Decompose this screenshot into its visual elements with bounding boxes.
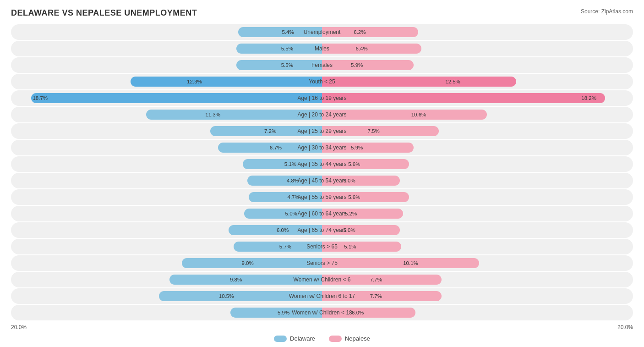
row-content: 4.7%Age | 55 to 59 years5.6% (11, 189, 633, 205)
row-content: 9.8%Women w/ Children < 67.7% (11, 272, 633, 287)
bar-left: 18.7% (31, 93, 322, 103)
row-label: Females (311, 62, 333, 68)
left-section: 4.8% (11, 173, 322, 188)
val-left: 6.0% (277, 227, 289, 233)
legend-label-nepalese: Nepalese (345, 335, 370, 342)
val-left: 5.5% (281, 62, 293, 68)
chart-row: 5.9%Women w/ Children < 186.0% (11, 305, 633, 320)
row-label: Age | 30 to 34 years (297, 144, 346, 151)
row-content: 18.7%Age | 16 to 19 years18.2% (11, 90, 633, 106)
chart-row: 5.0%Age | 60 to 64 years5.2% (11, 206, 633, 221)
left-section: 5.5% (11, 41, 322, 56)
row-label: Males (315, 45, 329, 52)
row-label: Age | 55 to 59 years (297, 194, 346, 200)
row-content: 5.9%Women w/ Children < 186.0% (11, 305, 633, 320)
chart-row: 9.0%Seniors > 7510.1% (11, 255, 633, 271)
left-section: 9.8% (11, 272, 322, 287)
chart-row: 5.5%Females5.9% (11, 57, 633, 73)
val-right: 6.4% (356, 46, 368, 51)
val-right: 7.7% (370, 277, 382, 282)
chart-row: 9.8%Women w/ Children < 67.7% (11, 272, 633, 287)
chart-header: DELAWARE VS NEPALESE UNEMPLOYMENT Source… (11, 8, 633, 18)
right-section: 5.0% (322, 173, 633, 188)
chart-row: 4.8%Age | 45 to 54 years5.0% (11, 173, 633, 188)
axis-right: 20.0% (617, 324, 633, 330)
axis-row: 20.0% 20.0% (11, 324, 633, 330)
right-section: 6.4% (322, 41, 633, 56)
row-content: 5.5%Females5.9% (11, 57, 633, 73)
val-right: 5.6% (348, 161, 360, 167)
val-right: 7.7% (370, 293, 382, 299)
val-right: 10.1% (403, 260, 418, 266)
right-section: 18.2% (322, 90, 633, 106)
bars-area: 5.4%Unemployment6.2%5.5%Males6.4%5.5%Fem… (11, 24, 633, 320)
bar-right: 18.2% (322, 93, 605, 103)
chart-row: 5.1%Age | 35 to 44 years5.6% (11, 156, 633, 172)
axis-left: 20.0% (11, 324, 27, 330)
row-label: Age | 16 to 19 years (297, 95, 346, 101)
right-section: 5.9% (322, 57, 633, 73)
legend-row: Delaware Nepalese (11, 335, 633, 342)
val-right: 10.6% (411, 112, 426, 117)
val-right: 5.2% (345, 211, 357, 216)
row-content: 7.2%Age | 25 to 29 years7.5% (11, 123, 633, 139)
row-content: 5.5%Males6.4% (11, 41, 633, 56)
val-right: 5.9% (351, 145, 363, 150)
val-right: 6.0% (352, 310, 364, 315)
bar-left: 9.0% (182, 258, 322, 268)
row-content: 5.4%Unemployment6.2% (11, 24, 633, 40)
row-content: 11.3%Age | 20 to 24 years10.6% (11, 107, 633, 122)
chart-row: 11.3%Age | 20 to 24 years10.6% (11, 107, 633, 122)
chart-title: DELAWARE VS NEPALESE UNEMPLOYMENT (11, 8, 197, 18)
val-right: 5.1% (344, 244, 356, 249)
val-left: 5.1% (284, 161, 296, 167)
chart-container: DELAWARE VS NEPALESE UNEMPLOYMENT Source… (0, 0, 644, 347)
row-label: Age | 45 to 54 years (297, 177, 346, 184)
row-content: 9.0%Seniors > 7510.1% (11, 255, 633, 271)
left-section: 4.7% (11, 189, 322, 205)
legend-nepalese: Nepalese (329, 335, 370, 342)
chart-row: 18.7%Age | 16 to 19 years18.2% (11, 90, 633, 106)
right-section: 12.5% (322, 74, 633, 89)
left-section: 5.1% (11, 156, 322, 172)
right-section: 5.0% (322, 222, 633, 238)
left-section: 18.7% (11, 90, 322, 106)
left-section: 11.3% (11, 107, 322, 122)
row-content: 4.8%Age | 45 to 54 years5.0% (11, 173, 633, 188)
val-left: 12.3% (187, 79, 202, 84)
left-section: 5.9% (11, 305, 322, 320)
legend-delaware: Delaware (274, 335, 315, 342)
left-section: 6.0% (11, 222, 322, 238)
bar-right: 12.5% (322, 77, 516, 87)
bar-left: 5.5% (236, 44, 322, 54)
chart-row: 6.7%Age | 30 to 34 years5.9% (11, 140, 633, 155)
chart-row: 10.5%Women w/ Children 6 to 177.7% (11, 288, 633, 304)
row-label: Age | 20 to 24 years (297, 111, 346, 118)
row-label: Unemployment (304, 29, 341, 35)
bar-right: 6.4% (322, 44, 421, 54)
val-left: 5.9% (278, 310, 289, 315)
row-label: Age | 65 to 74 years (297, 227, 346, 233)
row-content: 5.0%Age | 60 to 64 years5.2% (11, 206, 633, 221)
left-section: 7.2% (11, 123, 322, 139)
row-content: 6.0%Age | 65 to 74 years5.0% (11, 222, 633, 238)
left-section: 12.3% (11, 74, 322, 89)
left-section: 5.4% (11, 24, 322, 40)
row-label: Youth < 25 (309, 78, 335, 85)
right-section: 5.6% (322, 189, 633, 205)
val-right: 7.5% (367, 128, 379, 134)
bar-left: 5.5% (236, 60, 322, 70)
row-label: Age | 60 to 64 years (297, 210, 346, 217)
row-label: Women w/ Children < 6 (294, 276, 351, 283)
row-content: 5.1%Age | 35 to 44 years5.6% (11, 156, 633, 172)
row-content: 5.7%Seniors > 655.1% (11, 239, 633, 254)
right-section: 5.6% (322, 156, 633, 172)
val-left: 10.5% (219, 293, 234, 299)
val-left: 4.8% (287, 178, 299, 183)
row-label: Women w/ Children 6 to 17 (289, 293, 355, 299)
right-section: 5.1% (322, 239, 633, 254)
row-content: 10.5%Women w/ Children 6 to 177.7% (11, 288, 633, 304)
left-section: 5.0% (11, 206, 322, 221)
chart-row: 7.2%Age | 25 to 29 years7.5% (11, 123, 633, 139)
bar-left: 12.3% (131, 77, 322, 87)
